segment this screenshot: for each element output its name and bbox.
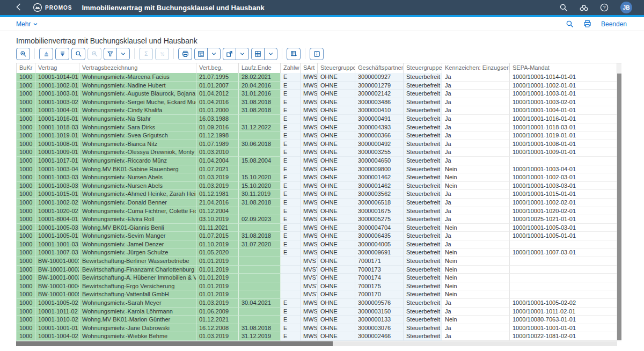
table-cell[interactable]: E: [281, 157, 301, 165]
table-cell[interactable]: [510, 257, 617, 266]
table-cell[interactable]: 15.10.2020: [239, 182, 281, 191]
table-cell[interactable]: MWST: [301, 324, 318, 333]
table-row[interactable]: 1000BW-10001-0005Bewirtschaftung-Vattenf…: [16, 290, 621, 299]
table-cell[interactable]: 31.01.2016: [239, 90, 281, 98]
table-cell[interactable]: 3000000133: [355, 316, 404, 324]
table-cell[interactable]: Steuerbefreit: [404, 148, 442, 157]
table-cell[interactable]: Nein: [442, 290, 510, 299]
column-header-kennzeichen-einzugserm-chtigung[interactable]: Kennzeichen: Einzugsermächtigung: [442, 63, 510, 74]
table-row[interactable]: 100010001-1010-02Wohng.MV BK01-Marlon Gü…: [16, 316, 621, 324]
table-cell[interactable]: [239, 148, 281, 157]
table-cell[interactable]: Steuerbefreit: [404, 73, 442, 82]
table-cell[interactable]: 31.12.2022: [239, 123, 281, 132]
table-cell[interactable]: Wohnungsmietv.-Donald Benner: [79, 199, 196, 207]
table-cell[interactable]: 01.12.1981: [196, 190, 239, 199]
table-row[interactable]: 100010001-1003-03Wohnungsmietv.-Nursen A…: [16, 173, 621, 182]
table-cell[interactable]: [239, 115, 281, 123]
table-cell[interactable]: OHNE: [318, 232, 355, 240]
table-cell[interactable]: OHNE: [318, 148, 355, 157]
table-cell[interactable]: MWST: [301, 232, 318, 240]
table-cell[interactable]: [239, 290, 281, 299]
table-cell[interactable]: Steuerbefreit: [404, 157, 442, 165]
table-cell[interactable]: 10001-1009-01: [35, 148, 79, 157]
column-header-sepa-mandat[interactable]: SEPA-Mandat: [510, 63, 617, 74]
table-cell[interactable]: 01.04.2004: [196, 157, 239, 165]
table-cell[interactable]: OHNE: [318, 299, 355, 308]
table-cell[interactable]: Ja: [442, 90, 510, 98]
table-cell[interactable]: 01.01.2007: [196, 82, 239, 90]
table-cell[interactable]: MWST: [301, 207, 318, 216]
table-cell[interactable]: 30.04.2021: [239, 299, 281, 308]
table-cell[interactable]: OHNE: [318, 308, 355, 316]
table-cell[interactable]: Steuerbefreit: [404, 123, 442, 132]
table-cell[interactable]: MWST: [301, 248, 318, 257]
table-cell[interactable]: Wohnungsmietv.-Cuma Fichtner, Colette Fi…: [79, 207, 196, 216]
vertical-scrollbar[interactable]: [617, 73, 621, 341]
table-cell[interactable]: 01.07.1989: [196, 140, 239, 149]
table-cell[interactable]: MWST: [301, 308, 318, 316]
table-cell[interactable]: Steuerbefreit: [404, 98, 442, 107]
table-cell[interactable]: Bewirtschaftung-Vattenfall GmbH: [79, 290, 196, 299]
table-cell[interactable]: Ja: [442, 215, 510, 224]
column-header-bukr[interactable]: BuKr: [16, 63, 35, 74]
table-row[interactable]: 100010001-1018-03Wohnungsmietv.-Sara Dir…: [16, 123, 621, 132]
column-header-sart[interactable]: SArt: [301, 63, 318, 74]
table-cell[interactable]: 1000/10001-1014-01-01: [510, 73, 617, 82]
table-cell[interactable]: 21.07.1995: [196, 73, 239, 82]
table-cell[interactable]: E: [281, 90, 301, 98]
table-cell[interactable]: Steuerbefreit: [404, 290, 442, 299]
table-cell[interactable]: Steuerbefreit: [404, 165, 442, 174]
table-cell[interactable]: Ja: [442, 131, 510, 140]
table-cell[interactable]: Nein: [442, 165, 510, 174]
table-cell[interactable]: Ja: [442, 232, 510, 240]
binoculars-icon[interactable]: [580, 3, 588, 12]
table-cell[interactable]: 1000: [16, 215, 35, 224]
table-cell[interactable]: 1000: [16, 190, 35, 199]
table-cell[interactable]: OHNE: [318, 140, 355, 149]
column-header-gesch-ftspartner[interactable]: Geschäftspartner: [355, 63, 404, 74]
table-cell[interactable]: Ja: [442, 123, 510, 132]
table-cell[interactable]: E: [281, 98, 301, 107]
horizontal-scrollbar-thumb[interactable]: [16, 341, 333, 346]
table-cell[interactable]: 01.05.2020: [196, 248, 239, 257]
table-row[interactable]: 100010001-1001-01Wohnungsmietv.-Jane Dab…: [16, 324, 621, 333]
table-row[interactable]: 100010001-1004-01Wohnungsmietv.-Cindy Kh…: [16, 106, 621, 115]
table-cell[interactable]: 1000/10080-7063-01-01: [510, 316, 617, 324]
table-cell[interactable]: E: [281, 232, 301, 240]
table-cell[interactable]: Ja: [442, 82, 510, 90]
table-cell[interactable]: [510, 290, 617, 299]
table-cell[interactable]: OHNE: [318, 207, 355, 216]
table-cell[interactable]: OHNE: [318, 165, 355, 174]
export-icon[interactable]: [223, 48, 236, 60]
table-cell[interactable]: 1000/10001-1005-02-02: [510, 299, 617, 308]
table-cell[interactable]: 31.08.2018: [239, 98, 281, 107]
table-cell[interactable]: 3000002466: [355, 332, 404, 341]
column-header-vertragsbezeichnung[interactable]: Vertragsbezeichnung: [79, 63, 196, 74]
table-row[interactable]: 100010001-1005-01Wohnungsmietv.-Sevim Ma…: [16, 232, 621, 240]
table-cell[interactable]: Steuerbefreit: [404, 140, 442, 149]
table-cell[interactable]: Steuerbefreit: [404, 182, 442, 191]
chevron-down-icon[interactable]: [236, 48, 248, 60]
table-cell[interactable]: OHNE: [318, 316, 355, 324]
table-cell[interactable]: 10001-1003-02: [35, 98, 79, 107]
table-cell[interactable]: 10001-1017-01: [35, 157, 79, 165]
table-cell[interactable]: 1000/10001-1005-03-01: [510, 224, 617, 232]
table-cell[interactable]: 10001-1005-02: [35, 299, 79, 308]
view-selection-button[interactable]: [251, 48, 277, 60]
table-cell[interactable]: MWST: [301, 148, 318, 157]
table-cell[interactable]: E: [281, 316, 301, 324]
table-cell[interactable]: 1000: [16, 157, 35, 165]
table-cell[interactable]: MWST: [301, 106, 318, 115]
table-cell[interactable]: Steuerbefreit: [404, 224, 442, 232]
promos-logo[interactable]: PROMOS: [33, 3, 72, 12]
table-cell[interactable]: E: [281, 173, 301, 182]
table-cell[interactable]: [239, 308, 281, 316]
table-cell[interactable]: OHNE: [318, 90, 355, 98]
table-cell[interactable]: Ja: [442, 207, 510, 216]
table-cell[interactable]: 3000001279: [355, 82, 404, 90]
column-header-vert-beg-[interactable]: Vert.beg.: [196, 63, 239, 74]
table-cell[interactable]: Ja: [442, 332, 510, 341]
table-cell[interactable]: Steuerbefreit: [404, 131, 442, 140]
table-cell[interactable]: 1000: [16, 98, 35, 107]
table-cell[interactable]: Bewirtschaftung-A. Hübener Immobilien & …: [79, 274, 196, 282]
